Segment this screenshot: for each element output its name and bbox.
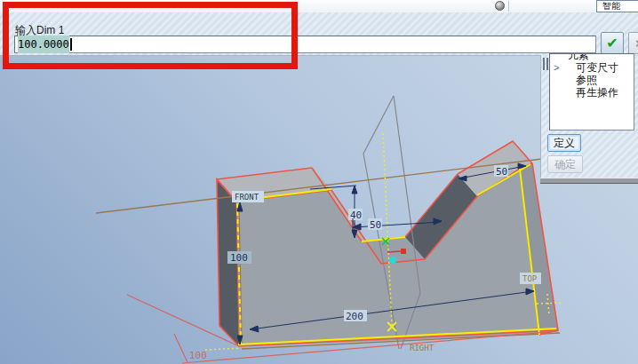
dim-top-50[interactable]: 50 [496, 166, 507, 178]
list-item-variable-dims[interactable]: > 可变尺寸 [550, 61, 634, 74]
cancel-button[interactable]: × [628, 32, 638, 54]
render-style-icon[interactable] [495, 1, 505, 11]
dim-floor-50[interactable]: 50 [370, 219, 381, 231]
list-item-label: 参照 [576, 74, 597, 86]
current-item-marker: > [554, 61, 559, 74]
list-item-references[interactable]: 参照 [550, 74, 634, 86]
dimension-dashboard: 输入Dim 1 100.0000 ✔ × [0, 12, 638, 56]
ok-button-label: 确定 [554, 157, 576, 172]
red-drag-handle[interactable] [401, 249, 406, 254]
smart-filter-label: 智能 [602, 1, 620, 11]
red-handle-line [387, 251, 401, 252]
proe-window: { "toolbar": { "smart_mode": "智能" }, "da… [0, 0, 638, 364]
checkmark-icon: ✔ [606, 35, 618, 51]
dim-notch-depth-40[interactable]: 40 [350, 210, 362, 221]
element-list-header: 元素 [550, 53, 634, 61]
define-button[interactable]: 定义 [547, 134, 581, 152]
accept-button[interactable]: ✔ [601, 32, 624, 54]
selected-input-text: 100.0000 [18, 36, 69, 53]
top-toolbar: 智能 [0, 0, 638, 13]
datum-label-top[interactable]: TOP [522, 274, 538, 283]
dim-length-200[interactable]: 200 [346, 311, 363, 322]
list-item-regenerate[interactable]: 再生操作 [550, 86, 634, 99]
define-button-label: 定义 [554, 136, 575, 151]
cyan-point[interactable] [389, 257, 396, 264]
dimension-value-input[interactable]: 100.0000 [14, 36, 596, 53]
sketch-dim-100[interactable]: 100 [189, 350, 207, 361]
dim-height-100[interactable]: 100 [230, 252, 248, 264]
text-caret [70, 38, 72, 51]
list-item-label: 再生操作 [576, 86, 618, 99]
panel-bottom-edge [540, 178, 638, 184]
list-item-label: 可变尺寸 [576, 61, 618, 74]
element-list[interactable]: 元素 > 可变尺寸 参照 再生操作 [549, 53, 634, 131]
datum-label-front[interactable]: FRONT [235, 193, 259, 202]
toolbar-separator [508, 1, 509, 12]
ok-button[interactable]: 确定 [547, 155, 583, 173]
panel-grip[interactable] [543, 58, 545, 70]
panel-grip2[interactable] [546, 58, 548, 70]
datum-label-right[interactable]: RIGHT [410, 344, 435, 352]
smart-filter-combo[interactable]: 智能 [596, 0, 638, 12]
element-panel: 元素 > 可变尺寸 参照 再生操作 定义 确定 [540, 55, 638, 178]
